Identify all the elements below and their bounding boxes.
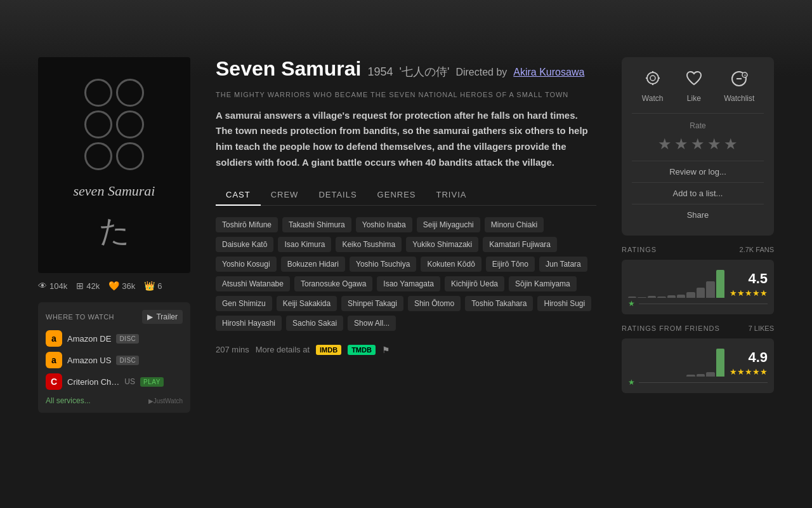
cast-tag[interactable]: Daisuke Katō [216, 237, 273, 252]
movie-title: Seven Samurai [216, 57, 361, 81]
cast-tag[interactable]: Hiroshi Hayashi [216, 316, 282, 331]
service-row-criterion[interactable]: C Criterion Ch… US PLAY [46, 373, 183, 390]
cast-tag[interactable]: Yukiko Shimazaki [406, 237, 478, 252]
star-5[interactable]: ★ [724, 135, 738, 153]
svg-text:+: + [743, 72, 747, 78]
ratings-title: RATINGS [622, 246, 657, 253]
where-to-watch-panel: WHERE TO WATCH ▶ Trailer a Amazon DE DIS… [38, 302, 190, 413]
tab-details[interactable]: DETAILS [308, 185, 367, 206]
star-1[interactable]: ★ [658, 135, 672, 153]
cast-tag[interactable]: Keiko Tsushima [336, 237, 402, 252]
cast-tag[interactable]: Kamatari Fujiwara [483, 237, 557, 252]
rate-section: Rate ★ ★ ★ ★ ★ [632, 113, 764, 153]
watch-icon [641, 67, 664, 90]
left-column: seven Samurai た 👁 104k ⊞ 42k 🧡 36k 👑 6 [38, 57, 190, 413]
rating-bar [706, 281, 714, 298]
cast-tag[interactable]: Atsushi Watanabe [216, 276, 290, 291]
action-buttons-panel: Watch Like [622, 57, 774, 236]
all-services-row: All services... ▶JustWatch [46, 396, 183, 405]
watch-label: Watch [642, 94, 664, 103]
cast-tag[interactable]: Keiji Sakakida [277, 296, 337, 311]
flag-icon[interactable]: ⚑ [382, 345, 390, 355]
movie-meta: 207 mins More details at IMDB TMDB ⚑ [216, 345, 596, 355]
like-action[interactable]: Like [683, 67, 705, 103]
action-row: Watch Like [632, 67, 764, 103]
tab-trivia[interactable]: TRIVIA [426, 185, 477, 206]
imdb-link[interactable]: IMDB [316, 345, 341, 355]
share-button[interactable]: Share [632, 204, 764, 225]
rating-bar [628, 297, 636, 298]
list-icon: ⊞ [76, 281, 84, 291]
wtw-title: WHERE TO WATCH [46, 313, 114, 321]
poster-circles [84, 79, 144, 170]
rating-bar [697, 288, 705, 298]
watchlist-action[interactable]: + Watchlist [724, 67, 754, 103]
movie-tagline: THE MIGHTY WARRIORS WHO BECAME THE SEVEN… [216, 90, 596, 100]
cast-tag[interactable]: Sōjin Kamiyama [509, 276, 577, 291]
like-icon [683, 67, 705, 90]
service-row-amazon-de[interactable]: a Amazon DE DISC [46, 330, 183, 347]
movie-original-title: '七人の侍' [400, 64, 450, 79]
cast-tag[interactable]: Takashi Shimura [282, 217, 351, 232]
cast-tag[interactable]: Shin Ōtomo [408, 296, 461, 311]
cast-tag[interactable]: Toshio Takahara [465, 296, 533, 311]
rating-bar [648, 296, 656, 298]
cast-tag[interactable]: Gen Shimizu [216, 296, 272, 311]
friends-ratings-chart [628, 345, 724, 377]
all-services-link[interactable]: All services... [46, 396, 91, 405]
fans-count: 6 [157, 281, 162, 291]
star-3[interactable]: ★ [691, 135, 705, 153]
review-button[interactable]: Review or log... [632, 161, 764, 182]
cast-tag[interactable]: Sachio Sakai [286, 316, 343, 331]
tab-crew[interactable]: CREW [261, 185, 309, 206]
ratings-chart [628, 266, 724, 298]
watch-action[interactable]: Watch [641, 67, 664, 103]
runtime: 207 mins [216, 345, 249, 354]
tabs-row: CAST CREW DETAILS GENRES TRIVIA [216, 185, 596, 206]
justwatch-label: ▶JustWatch [148, 398, 183, 404]
wtw-header: WHERE TO WATCH ▶ Trailer [46, 310, 183, 324]
trailer-button[interactable]: ▶ Trailer [142, 310, 183, 324]
cast-tag[interactable]: Toranosuke Ogawa [294, 276, 372, 291]
cast-tag[interactable]: Hiroshi Sugi [537, 296, 591, 311]
poster-circle-4 [116, 110, 144, 138]
cast-tag[interactable]: Bokuzen Hidari [281, 257, 345, 272]
svg-point-1 [650, 76, 655, 81]
ratings-value: 4.5 ★★★★★ [730, 271, 768, 298]
friends-ratings-title: RATINGS FROM FRIENDS [622, 324, 720, 332]
amazon-de-badge: DISC [116, 334, 139, 344]
cast-tag[interactable]: Show All... [348, 316, 396, 331]
cast-tag[interactable]: Yoshio Inaba [356, 217, 412, 232]
ratings-header: RATINGS 2.7K FANS [622, 246, 774, 253]
tmdb-link[interactable]: TMDB [348, 345, 376, 355]
cast-tag[interactable]: Kokuten Kōdō [421, 257, 481, 272]
stars-row: ★ ★ ★ ★ ★ [632, 135, 764, 153]
movie-synopsis: A samurai answers a village's request fo… [216, 108, 596, 171]
cast-tag[interactable]: Jun Tatara [539, 257, 587, 272]
poster-circle-3 [84, 110, 112, 138]
service-row-amazon-us[interactable]: a Amazon US DISC [46, 352, 183, 368]
add-list-button[interactable]: Add to a list... [632, 182, 764, 204]
star-2[interactable]: ★ [674, 135, 688, 153]
cast-tag[interactable]: Seiji Miyaguchi [417, 217, 480, 232]
cast-tag[interactable]: Isao Kimura [278, 237, 331, 252]
cast-tag[interactable]: Kichijirō Ueda [445, 276, 504, 291]
tab-genres[interactable]: GENRES [367, 185, 426, 206]
friends-rating-score: 4.9 [730, 349, 768, 366]
cast-tag[interactable]: Minoru Chiaki [485, 217, 544, 232]
rate-label: Rate [632, 121, 764, 130]
director-link[interactable]: Akira Kurosawa [513, 67, 584, 78]
amazon-de-name: Amazon DE [67, 334, 111, 344]
heart-icon: 🧡 [108, 281, 119, 291]
cast-tag[interactable]: Yoshio Tsuchiya [350, 257, 416, 272]
star-4[interactable]: ★ [707, 135, 721, 153]
axis-line [639, 304, 768, 304]
cast-tag[interactable]: Shinpei Takagi [341, 296, 403, 311]
cast-tag[interactable]: Toshirō Mifune [216, 217, 278, 232]
rating-stars: ★★★★★ [730, 288, 768, 298]
svg-point-0 [647, 72, 658, 84]
tab-cast[interactable]: CAST [216, 185, 261, 206]
cast-tag[interactable]: Eijirō Tōno [486, 257, 535, 272]
cast-tag[interactable]: Isao Yamagata [377, 276, 440, 291]
cast-tag[interactable]: Yoshio Kosugi [216, 257, 277, 272]
